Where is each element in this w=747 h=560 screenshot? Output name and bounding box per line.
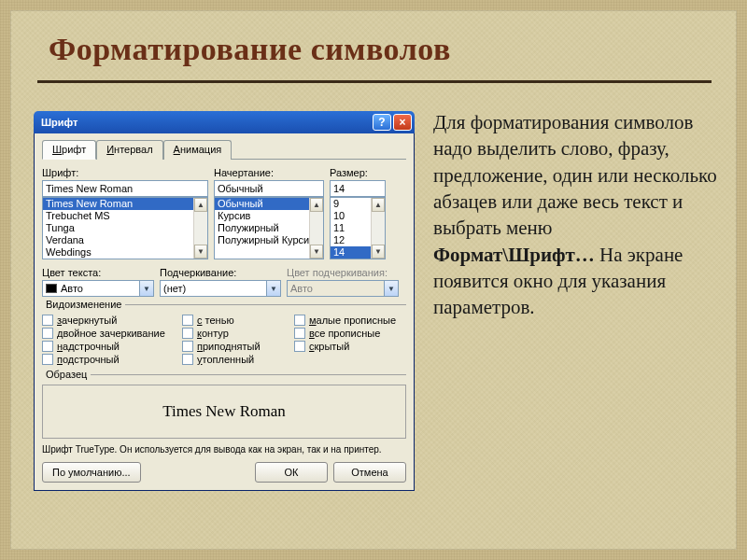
color-swatch-icon bbox=[46, 284, 57, 293]
scroll-track[interactable] bbox=[310, 212, 323, 245]
chk-double-strike[interactable]: двойное зачеркивание bbox=[42, 328, 173, 339]
underline-label: Подчеркивание: bbox=[160, 267, 281, 278]
list-item[interactable]: Tunga bbox=[43, 222, 207, 234]
desc-menu-path: Формат\Шрифт… bbox=[433, 244, 595, 266]
scrollbar[interactable]: ▲ ▼ bbox=[371, 198, 385, 259]
close-button[interactable]: × bbox=[393, 114, 412, 131]
tab-spacing[interactable]: Интервал bbox=[96, 140, 162, 160]
chk-superscript[interactable]: надстрочный bbox=[42, 341, 173, 352]
ok-button[interactable]: ОК bbox=[255, 462, 328, 483]
list-item[interactable]: Полужирный Курсив bbox=[215, 234, 323, 246]
help-button[interactable]: ? bbox=[373, 114, 391, 131]
group-separator bbox=[42, 374, 406, 375]
chk-emboss[interactable]: приподнятый bbox=[182, 341, 285, 352]
chk-hidden[interactable]: скрытый bbox=[294, 341, 406, 352]
list-item[interactable]: Webdings bbox=[43, 246, 207, 259]
slide-title: Форматирование символов bbox=[49, 32, 451, 67]
scroll-up-icon[interactable]: ▲ bbox=[194, 198, 207, 212]
scroll-up-icon[interactable]: ▲ bbox=[372, 198, 385, 212]
ucolor-combo: Авто ▼ bbox=[287, 280, 399, 297]
style-input[interactable] bbox=[214, 180, 324, 197]
list-item[interactable]: Trebuchet MS bbox=[43, 210, 207, 222]
scroll-down-icon[interactable]: ▼ bbox=[372, 245, 385, 259]
chk-engrave[interactable]: утопленный bbox=[182, 354, 285, 365]
list-item[interactable]: Verdana bbox=[43, 234, 207, 246]
list-item[interactable]: Times New Roman bbox=[43, 198, 207, 210]
tab-font[interactable]: Шрифт bbox=[42, 140, 96, 160]
chk-allcaps[interactable]: все прописные bbox=[294, 328, 406, 339]
tabstrip: Шрифт Интервал Анимация bbox=[42, 139, 406, 160]
chk-outline[interactable]: контур bbox=[182, 328, 285, 339]
color-combo[interactable]: Авто ▼ bbox=[42, 280, 154, 297]
style-label: Начертание: bbox=[214, 167, 324, 178]
chevron-down-icon[interactable]: ▼ bbox=[139, 281, 153, 296]
size-label: Размер: bbox=[330, 167, 386, 178]
ucolor-label: Цвет подчеркивания: bbox=[287, 267, 399, 278]
scrollbar[interactable]: ▲ ▼ bbox=[193, 198, 207, 259]
scroll-down-icon[interactable]: ▼ bbox=[310, 245, 323, 259]
chevron-down-icon: ▼ bbox=[384, 281, 398, 296]
cancel-button[interactable]: Отмена bbox=[333, 462, 406, 483]
scrollbar[interactable]: ▲ ▼ bbox=[309, 198, 323, 259]
default-button[interactable]: По умолчанию... bbox=[42, 462, 141, 483]
list-item[interactable]: Обычный bbox=[215, 198, 323, 210]
titlebar[interactable]: Шрифт ? × bbox=[34, 111, 415, 133]
chk-strikethrough[interactable]: зачеркнутый bbox=[42, 315, 173, 326]
size-input[interactable] bbox=[330, 180, 386, 197]
dialog-caption: Шрифт bbox=[41, 117, 371, 128]
font-label: Шрифт: bbox=[42, 167, 208, 178]
desc-prefix: Для форматирования символов надо выделит… bbox=[433, 111, 717, 239]
scroll-down-icon[interactable]: ▼ bbox=[194, 245, 207, 259]
scroll-track[interactable] bbox=[194, 212, 207, 245]
chevron-down-icon[interactable]: ▼ bbox=[266, 281, 280, 296]
preview-text: Times New Roman bbox=[162, 402, 286, 421]
style-listbox[interactable]: Обычный Курсив Полужирный Полужирный Кур… bbox=[214, 197, 324, 259]
description-text: Для форматирования символов надо выделит… bbox=[433, 109, 718, 321]
chk-smallcaps[interactable]: малые прописные bbox=[294, 315, 406, 326]
font-input[interactable] bbox=[42, 180, 208, 197]
size-listbox[interactable]: 9 10 11 12 14 ▲ ▼ bbox=[330, 197, 386, 259]
dialog-body: Шрифт Интервал Анимация Шрифт: Times New… bbox=[34, 133, 415, 491]
list-item[interactable]: Курсив bbox=[215, 210, 323, 222]
effects-group: зачеркнутый двойное зачеркивание надстро… bbox=[42, 315, 406, 365]
scroll-up-icon[interactable]: ▲ bbox=[310, 198, 323, 212]
tab-animation[interactable]: Анимация bbox=[163, 140, 233, 160]
underline-combo[interactable]: (нет) ▼ bbox=[160, 280, 281, 297]
sample-title: Образец bbox=[42, 369, 91, 380]
color-label: Цвет текста: bbox=[42, 267, 154, 278]
button-row: По умолчанию... ОК Отмена bbox=[42, 462, 406, 483]
font-listbox[interactable]: Times New Roman Trebuchet MS Tunga Verda… bbox=[42, 197, 208, 259]
font-dialog: Шрифт ? × Шрифт Интервал Анимация Шрифт:… bbox=[34, 111, 415, 491]
effects-title: Видоизменение bbox=[42, 299, 125, 310]
scroll-track[interactable] bbox=[372, 212, 385, 245]
divider bbox=[37, 80, 712, 83]
slide-canvas: Форматирование символов Для форматирован… bbox=[10, 10, 737, 550]
list-item[interactable]: Полужирный bbox=[215, 222, 323, 234]
hint-text: Шрифт TrueType. Он используется для выво… bbox=[42, 444, 406, 455]
chk-subscript[interactable]: подстрочный bbox=[42, 354, 173, 365]
chk-shadow[interactable]: с тенью bbox=[182, 315, 285, 326]
preview-box: Times New Roman bbox=[42, 385, 406, 439]
